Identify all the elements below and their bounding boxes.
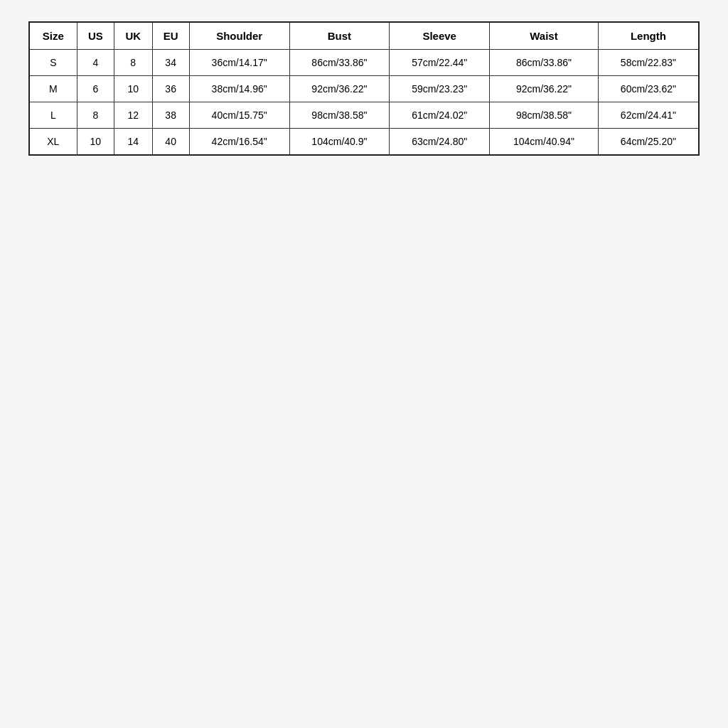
cell-shoulder: 36cm/14.17" [189,50,289,76]
cell-us: 4 [77,50,114,76]
cell-us: 6 [77,76,114,102]
cell-waist: 98cm/38.58" [490,102,599,129]
col-header-length: Length [598,22,699,50]
col-header-size: Size [29,22,77,50]
cell-eu: 40 [152,129,189,156]
cell-waist: 92cm/36.22" [490,76,599,102]
cell-size: S [29,50,77,76]
cell-size: XL [29,129,77,156]
size-chart-table: Size US UK EU Shoulder Bust Sleeve Waist… [28,21,700,156]
cell-uk: 10 [114,76,152,102]
table-row: XL10144042cm/16.54"104cm/40.9"63cm/24.80… [29,129,699,156]
table-row: M6103638cm/14.96"92cm/36.22"59cm/23.23"9… [29,76,699,102]
cell-bust: 98cm/38.58" [289,102,390,129]
cell-length: 64cm/25.20" [598,129,699,156]
col-header-bust: Bust [289,22,390,50]
cell-sleeve: 59cm/23.23" [390,76,490,102]
cell-size: L [29,102,77,129]
cell-waist: 104cm/40.94" [490,129,599,156]
cell-eu: 34 [152,50,189,76]
cell-bust: 86cm/33.86" [289,50,390,76]
table-row: S483436cm/14.17"86cm/33.86"57cm/22.44"86… [29,50,699,76]
cell-uk: 14 [114,129,152,156]
cell-eu: 38 [152,102,189,129]
cell-us: 8 [77,102,114,129]
cell-bust: 92cm/36.22" [289,76,390,102]
cell-eu: 36 [152,76,189,102]
col-header-us: US [77,22,114,50]
table-header-row: Size US UK EU Shoulder Bust Sleeve Waist… [29,22,699,50]
cell-length: 58cm/22.83" [598,50,699,76]
col-header-uk: UK [114,22,152,50]
cell-waist: 86cm/33.86" [490,50,599,76]
cell-shoulder: 42cm/16.54" [189,129,289,156]
col-header-shoulder: Shoulder [189,22,289,50]
col-header-sleeve: Sleeve [390,22,490,50]
cell-bust: 104cm/40.9" [289,129,390,156]
size-chart-container: Size US UK EU Shoulder Bust Sleeve Waist… [28,21,700,156]
cell-uk: 8 [114,50,152,76]
cell-sleeve: 63cm/24.80" [390,129,490,156]
cell-size: M [29,76,77,102]
cell-sleeve: 57cm/22.44" [390,50,490,76]
cell-shoulder: 38cm/14.96" [189,76,289,102]
cell-length: 60cm/23.62" [598,76,699,102]
cell-us: 10 [77,129,114,156]
cell-length: 62cm/24.41" [598,102,699,129]
col-header-eu: EU [152,22,189,50]
cell-uk: 12 [114,102,152,129]
table-row: L8123840cm/15.75"98cm/38.58"61cm/24.02"9… [29,102,699,129]
col-header-waist: Waist [490,22,599,50]
cell-shoulder: 40cm/15.75" [189,102,289,129]
cell-sleeve: 61cm/24.02" [390,102,490,129]
